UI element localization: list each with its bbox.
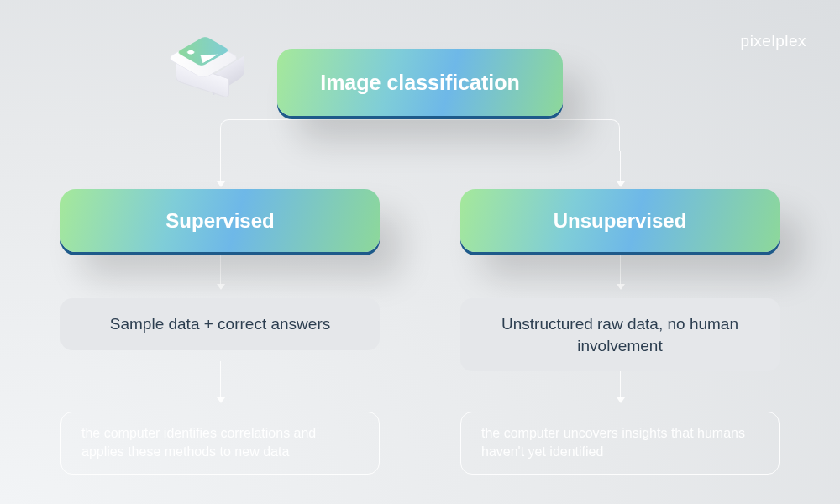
connector-line xyxy=(220,151,221,183)
connector-line xyxy=(220,361,221,399)
unsupervised-title: Unsupervised xyxy=(554,209,687,233)
connector-line xyxy=(620,151,621,183)
supervised-description: Sample data + correct answers xyxy=(60,298,380,350)
connector-line xyxy=(220,252,221,286)
arrow-down-icon xyxy=(617,181,625,187)
description-text: Unstructured raw data, no human involvem… xyxy=(501,315,738,354)
unsupervised-node: Unsupervised xyxy=(460,189,780,252)
root-node: Image classification xyxy=(277,49,563,116)
description-text: Sample data + correct answers xyxy=(110,315,330,333)
arrow-down-icon xyxy=(617,397,625,403)
unsupervised-description: Unstructured raw data, no human involvem… xyxy=(460,298,780,371)
connector-line xyxy=(620,252,621,286)
outcome-text: the computer identifies correlations and… xyxy=(81,426,316,459)
classification-diagram: pixelplex Image classification Supervise… xyxy=(0,0,840,504)
arrow-down-icon xyxy=(217,284,225,290)
brand-logo: pixelplex xyxy=(741,32,806,50)
image-icon-cube xyxy=(172,24,256,108)
arrow-down-icon xyxy=(217,181,225,187)
arrow-down-icon xyxy=(217,397,225,403)
outcome-text: the computer uncovers insights that huma… xyxy=(481,426,745,459)
connector-branch xyxy=(220,119,620,151)
arrow-down-icon xyxy=(617,284,625,290)
supervised-title: Supervised xyxy=(165,209,274,233)
supervised-node: Supervised xyxy=(60,189,380,252)
root-title: Image classification xyxy=(320,71,520,95)
unsupervised-outcome: the computer uncovers insights that huma… xyxy=(460,412,780,475)
supervised-outcome: the computer identifies correlations and… xyxy=(60,412,380,475)
